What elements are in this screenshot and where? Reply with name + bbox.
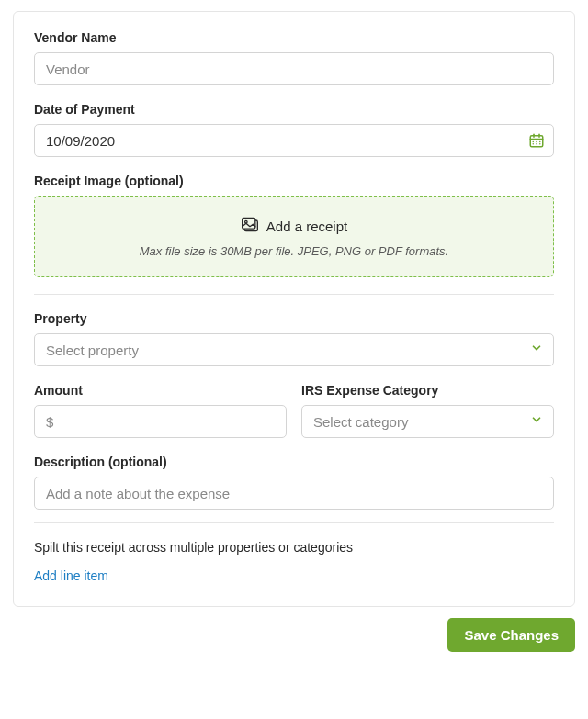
divider	[34, 522, 554, 523]
irs-category-select[interactable]: Select category	[301, 405, 554, 438]
property-select-placeholder: Select property	[46, 343, 139, 358]
vendor-field: Vendor Name	[34, 30, 554, 85]
split-text: Spilt this receipt across multiple prope…	[34, 540, 554, 555]
date-field: Date of Payment	[34, 102, 554, 157]
date-label: Date of Payment	[34, 102, 554, 117]
irs-category-label: IRS Expense Category	[301, 383, 554, 398]
form-footer: Save Changes	[13, 618, 575, 652]
irs-category-field: IRS Expense Category Select category	[301, 383, 554, 438]
vendor-label: Vendor Name	[34, 30, 554, 45]
property-field: Property Select property	[34, 311, 554, 366]
expense-form-card: Vendor Name Date of Payment	[13, 11, 575, 607]
amount-input[interactable]	[34, 405, 287, 438]
divider	[34, 294, 554, 295]
description-label: Description (optional)	[34, 455, 554, 469]
amount-category-row: Amount IRS Expense Category Select categ…	[34, 383, 554, 455]
description-input[interactable]	[34, 477, 554, 510]
dropzone-title-text: Add a receipt	[266, 219, 347, 234]
calendar-icon[interactable]	[528, 132, 545, 149]
amount-label: Amount	[34, 383, 287, 398]
receipt-label: Receipt Image (optional)	[34, 174, 554, 188]
image-icon	[241, 217, 259, 236]
vendor-input[interactable]	[34, 52, 554, 85]
date-input[interactable]	[34, 124, 554, 157]
description-field: Description (optional)	[34, 455, 554, 510]
amount-field: Amount	[34, 383, 287, 438]
property-select[interactable]: Select property	[34, 333, 554, 366]
property-label: Property	[34, 311, 554, 326]
add-line-item-link[interactable]: Add line item	[34, 568, 108, 583]
dropzone-subtext: Max file size is 30MB per file. JPEG, PN…	[44, 244, 544, 258]
irs-category-placeholder: Select category	[313, 414, 408, 430]
receipt-dropzone[interactable]: Add a receipt Max file size is 30MB per …	[34, 196, 554, 277]
save-button[interactable]: Save Changes	[447, 618, 575, 652]
svg-rect-11	[242, 219, 254, 230]
receipt-field: Receipt Image (optional) Add a receipt M…	[34, 174, 554, 277]
